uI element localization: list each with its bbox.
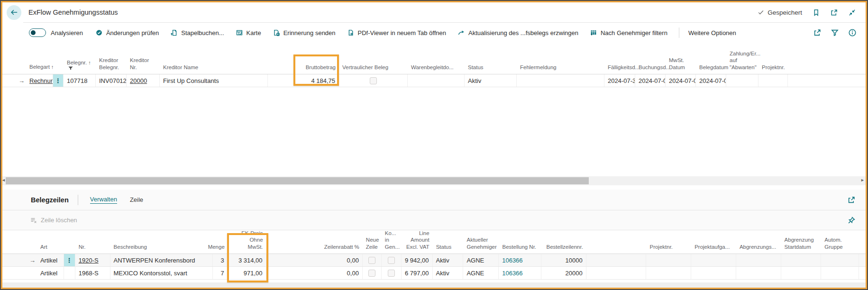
column-header-line-amount[interactable]: Line Amount Excl. VAT (402, 230, 433, 254)
panel-footer-strip (2, 282, 866, 288)
scrollbar-thumb[interactable] (6, 177, 589, 184)
column-header-kreditor-name[interactable]: Kreditor Name (160, 64, 268, 74)
filter-icon[interactable] (831, 28, 839, 37)
column-header-nr[interactable]: Nr. (75, 244, 110, 254)
header-spacer (27, 250, 37, 254)
abgrenzung-startdatum-cell (781, 254, 822, 266)
pdf-viewer-button[interactable]: PDf-Viewer in neuem Tab öffnen (347, 29, 446, 36)
column-header-warenbegleitdok[interactable]: Warenbegleitdo... (408, 64, 465, 74)
check-changes-button[interactable]: Änderungen prüfen (95, 29, 159, 36)
filter-by-approver-button[interactable]: Nach Genehmiger filtern (590, 29, 667, 36)
nr-cell: 1968-S (75, 267, 110, 279)
neue-zeile-checkbox (368, 257, 375, 264)
column-header-zahlung-abwarten[interactable]: Zahlung/Er... auf "Abwarten" (726, 50, 758, 74)
abgrenzungs-cell (736, 254, 781, 266)
horizontal-scrollbar[interactable]: ◄ ► (2, 176, 866, 185)
column-header-vertraulicher-beleg[interactable]: Vertraulicher Beleg (339, 64, 408, 74)
status-cell: Aktiv (433, 254, 464, 266)
pin-icon[interactable] (847, 216, 856, 225)
column-header-projektnr[interactable]: Projektnr. (758, 64, 788, 74)
column-header-autom-gruppe[interactable]: Autom. Gruppe (821, 236, 859, 254)
column-header-faelligkeitsdatum[interactable]: Fälligkeitsd... (604, 64, 635, 74)
header-spacer (586, 250, 647, 254)
page: ExFlow Genehmigungsstatus Gespeichert (1, 1, 867, 289)
header-filler (859, 250, 866, 254)
pdf-viewer-label: PDf-Viewer in neuem Tab öffnen (358, 29, 446, 36)
panel-title-divider (78, 195, 78, 205)
column-header-ko-in-gen[interactable]: Ko... in Gen... (382, 230, 402, 254)
status-cell: Aktiv (465, 74, 517, 87)
sort-asc-icon: ↑ (51, 64, 54, 70)
projektnr-cell (758, 74, 788, 87)
column-header-neue-zeile[interactable]: Neue Zeile (363, 236, 382, 254)
zeilenrabatt-cell: 0,00 (266, 254, 363, 266)
bestellung-nr-link[interactable]: 106366 (502, 257, 522, 264)
tab-zeile[interactable]: Zeile (130, 196, 143, 203)
delete-line-icon (30, 217, 37, 224)
line-row[interactable]: Artikel 1968-S MEXICO Kontorsstol, svart… (2, 267, 866, 280)
column-header-buchungsdatum[interactable]: Buchungsd... (635, 64, 666, 74)
delete-line-button[interactable]: Zeile löschen (30, 217, 77, 224)
bestellzeilennr-cell: 20000 (541, 267, 586, 279)
menge-cell: 7 (213, 267, 228, 279)
column-header-art[interactable]: Art (37, 244, 64, 254)
column-header-ek-preis[interactable]: EK-Preis Ohne MwSt. (228, 230, 266, 254)
column-header-mwst-datum[interactable]: MwSt. Datum (666, 57, 696, 74)
bookmark-icon[interactable] (812, 9, 820, 17)
column-header-kreditor-belegnr[interactable]: Kreditor Belegnr. (96, 57, 127, 74)
tab-verwalten[interactable]: Verwalten (90, 196, 117, 204)
title-divider (23, 22, 866, 23)
column-header-beschreibung[interactable]: Beschreibung (110, 244, 213, 254)
document-row[interactable]: → Rechnung ⋮ 107718 INV070120... 20000 F… (2, 74, 866, 87)
line-row[interactable]: → Artikel ⋮ 1920-S ANTWERPEN Konferensbo… (2, 254, 866, 267)
column-header-bestellung-nr[interactable]: Bestellung Nr. (499, 244, 541, 254)
column-header-abgrenzung-startdatum[interactable]: Abgrenzung Startdatum (781, 236, 822, 254)
card-button[interactable]: Karte (236, 29, 261, 36)
column-header-status[interactable]: Status (433, 244, 464, 254)
send-reminder-button[interactable]: Erinnerung senden (273, 29, 336, 36)
column-header-aktueller-genehmiger[interactable]: Aktueller Genehmiger (463, 236, 499, 254)
column-header-abgrenzungs[interactable]: Abgrenzungs... (736, 244, 781, 254)
column-header-projektaufgabe[interactable]: Projektaufga... (691, 244, 736, 254)
filter-by-approver-label: Nach Genehmiger filtern (601, 29, 667, 36)
collapse-icon[interactable] (848, 9, 856, 17)
column-header-projektnr[interactable]: Projektnr. (646, 244, 691, 254)
row-menu-button[interactable]: ⋮ (64, 254, 75, 266)
column-header-bestellzeilennr[interactable]: Bestellzeilennr. (541, 244, 586, 254)
column-header-belegnr[interactable]: Belegnr.↑ (64, 59, 96, 74)
info-icon[interactable] (848, 28, 857, 37)
analyze-toggle[interactable] (29, 28, 46, 37)
column-header-belegdatum[interactable]: Belegdatum (696, 64, 726, 74)
column-header-kreditor-nr[interactable]: Kreditor Nr. (127, 57, 160, 74)
belegdatum-cell: 2024-07-01 (696, 74, 726, 87)
art-cell: Artikel (37, 254, 64, 266)
open-in-new-window-icon[interactable] (830, 9, 838, 17)
bestellung-nr-link[interactable]: 106366 (502, 270, 522, 277)
share-icon[interactable] (813, 28, 822, 37)
save-status: Gespeichert (758, 9, 802, 16)
column-header-zeilenrabatt[interactable]: Zeilenrabatt % (266, 244, 363, 254)
action-bar: Analysieren Änderungen prüfen Stapelbuch… (2, 22, 866, 43)
kreditor-nr-link[interactable]: 20000 (130, 77, 147, 84)
lines-action-bar: Zeile löschen (2, 210, 866, 230)
nr-link[interactable]: 1920-S (79, 257, 99, 264)
row-menu-button[interactable]: ⋮ (53, 74, 64, 87)
column-header-status[interactable]: Status (465, 64, 517, 74)
autom-gruppe-cell (821, 254, 859, 266)
force-update-button[interactable]: Aktualisierung des ...fsbelegs erzwingen (457, 29, 578, 36)
share-icon[interactable] (847, 196, 856, 204)
scroll-left-arrow-icon[interactable]: ◄ (1, 178, 6, 182)
more-options-button[interactable]: Weitere Optionen (688, 29, 736, 36)
column-header-fehlermeldung[interactable]: Fehlermeldung (517, 64, 604, 74)
column-header-bruttobetrag[interactable]: Bruttobetrag (268, 64, 339, 74)
column-header-belegart[interactable]: Belegart↑ (26, 63, 53, 74)
belegart-link[interactable]: Rechnung (29, 77, 53, 84)
back-button[interactable] (7, 5, 21, 20)
art-cell: Artikel (37, 267, 64, 279)
vertraulicher-beleg-checkbox (370, 77, 377, 84)
force-update-icon (457, 29, 465, 36)
genehmiger-cell: AGNE (463, 267, 499, 279)
scroll-right-arrow-icon[interactable]: ► (860, 178, 865, 182)
column-header-menge[interactable]: Menge (213, 244, 228, 254)
batch-post-button[interactable]: Stapelbuchen... (170, 29, 224, 36)
